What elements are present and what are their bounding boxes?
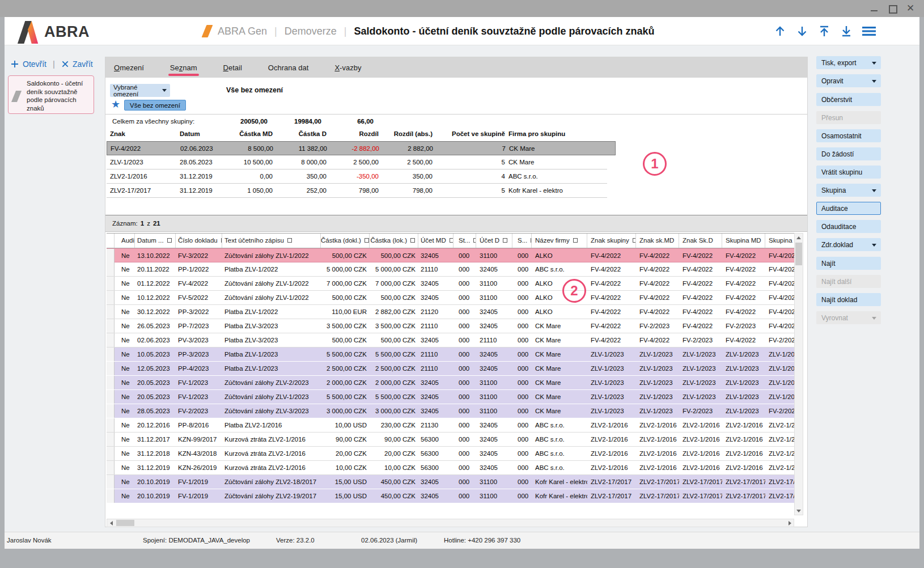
- column-header-s[interactable]: S...: [512, 234, 532, 248]
- open-agenda-card[interactable]: Saldokonto - účetní deník souvztažně pod…: [8, 75, 94, 114]
- column-header-castka-dokl[interactable]: Částka (dokl.): [321, 234, 370, 248]
- do-zadosti-button[interactable]: Do žádostí: [816, 147, 881, 160]
- group-row[interactable]: ZLV2-17/201731.12.20191 050,00252,00798,…: [107, 184, 607, 198]
- column-header-audit[interactable]: Audit: [115, 234, 135, 248]
- cell: FV-4/2022: [587, 291, 636, 304]
- vertical-scrollbar[interactable]: [794, 233, 803, 515]
- journal-row[interactable]: Ne20.10.2019FV-1/2019Zúčtování zálohy ZL…: [107, 489, 794, 503]
- column-header-znak-sk-md[interactable]: Znak sk.MD: [636, 234, 679, 248]
- move-first-icon[interactable]: [817, 24, 831, 38]
- tab-omezeni[interactable]: Omezení: [114, 57, 144, 78]
- close-icon[interactable]: ✕: [906, 4, 915, 13]
- journal-row[interactable]: Ne20.05.2023FV-1/2023Zúčtování zálohy ZL…: [107, 390, 794, 404]
- filter-box-icon[interactable]: [364, 238, 369, 243]
- column-header-text-ucetniho-zapisu[interactable]: Text účetního zápisu: [222, 234, 321, 248]
- cell: 0,00: [222, 169, 275, 183]
- tab-detail[interactable]: Detail: [223, 57, 242, 78]
- menu-icon[interactable]: [862, 25, 876, 37]
- column-header-znak-sk-d[interactable]: Znak Sk.D: [679, 234, 722, 248]
- journal-row[interactable]: Ne31.12.2018KZN-43/2018Kurzová ztráta ZL…: [107, 447, 794, 461]
- horizontal-scroll-thumb[interactable]: [116, 520, 134, 526]
- column-header-znak[interactable]: Znak: [107, 127, 177, 141]
- skupina-button[interactable]: Skupina: [816, 184, 881, 197]
- column-header-castka-d[interactable]: Částka D: [275, 127, 329, 141]
- zdr-doklad-button[interactable]: Zdr.doklad: [816, 238, 881, 251]
- odauditace-button[interactable]: Odauditace: [816, 220, 881, 233]
- cell: ZLV-1/2023: [679, 390, 722, 404]
- cell: FV-4/2022: [636, 305, 679, 319]
- journal-row[interactable]: Ne20.12.2016PP-8/2016Platba ZLV2-1/20161…: [107, 418, 794, 433]
- minimize-icon[interactable]: [870, 4, 879, 13]
- auditace-button[interactable]: Auditace: [816, 202, 881, 215]
- column-header-datum[interactable]: Datum: [177, 127, 222, 141]
- vertical-scroll-thumb[interactable]: [795, 243, 802, 265]
- journal-row[interactable]: Ne02.06.2023PV-3/2023Platba ZLV-3/202350…: [107, 333, 794, 347]
- window-titlebar[interactable]: ✕: [0, 0, 924, 17]
- column-header-firma-pro-skupinu[interactable]: Firma pro skupinu: [506, 127, 607, 141]
- column-header-ucet-md[interactable]: Účet MD: [418, 234, 453, 248]
- column-header-znak-skupiny[interactable]: Znak skupiny: [587, 234, 636, 248]
- column-header-rozdil[interactable]: Rozdíl: [329, 127, 382, 141]
- column-header-pocet-ve-skupine[interactable]: Počet ve skupině: [435, 127, 506, 141]
- favorite-star-icon[interactable]: ★: [111, 98, 120, 111]
- filter-box-icon[interactable]: [287, 238, 292, 243]
- journal-row[interactable]: Ne13.10.2022FV-3/2022Zúčtování zálohy ZL…: [107, 248, 794, 262]
- column-header-rozdil-abs[interactable]: Rozdíl (abs.): [382, 127, 435, 141]
- journal-row[interactable]: Ne30.12.2022PP-3/2022Platba ZLV-1/202211…: [107, 305, 794, 319]
- journal-row[interactable]: Ne10.12.2022FV-5/2022Zúčtování zálohy ZL…: [107, 291, 794, 305]
- osamostatnit-button[interactable]: Osamostatnit: [816, 129, 881, 142]
- column-header-ucet-d[interactable]: Účet D: [476, 234, 512, 248]
- scroll-left-icon[interactable]: [107, 519, 115, 527]
- scroll-right-icon[interactable]: [786, 519, 794, 527]
- restriction-chip[interactable]: Vše bez omezení: [124, 100, 186, 111]
- journal-row[interactable]: Ne10.05.2023PP-3/2023Platba ZLV-1/20235 …: [107, 347, 794, 362]
- column-header-castka-lok[interactable]: Částka (lok.): [370, 234, 418, 248]
- journal-row[interactable]: Ne31.12.2019KZN-26/2019Kurzová ztráta ZL…: [107, 461, 794, 475]
- scroll-up-icon[interactable]: [795, 234, 803, 241]
- tisk-export-button[interactable]: Tisk, export: [816, 56, 881, 69]
- group-row[interactable]: ZLV-1/202328.05.202310 500,008 000,002 5…: [107, 155, 607, 169]
- column-header-skupina-d[interactable]: Skupina D: [765, 234, 794, 248]
- filter-box-icon[interactable]: [167, 238, 172, 243]
- journal-row[interactable]: Ne20.10.2019FV-1/2019Zúčtování zálohy ZL…: [107, 475, 794, 489]
- restriction-select-label: Vybrané omezení: [113, 84, 162, 98]
- journal-row[interactable]: Ne31.12.2017KZN-99/2017Kurzová ztráta ZL…: [107, 433, 794, 447]
- filter-box-icon[interactable]: [450, 238, 453, 243]
- journal-row[interactable]: Ne28.05.2023FV-2/2023Zúčtování zálohy ZL…: [107, 404, 794, 418]
- najit-button[interactable]: Najít: [816, 257, 881, 270]
- journal-row[interactable]: Ne12.05.2023PP-4/2023Platba ZLV-1/20232 …: [107, 362, 794, 376]
- tab-x-vazby[interactable]: X-vazby: [334, 57, 361, 78]
- horizontal-scrollbar[interactable]: [107, 519, 794, 527]
- tab-seznam[interactable]: Seznam: [170, 57, 197, 78]
- column-header-cislo-dokladu[interactable]: Číslo dokladu: [176, 234, 222, 248]
- opravit-button[interactable]: Opravit: [816, 74, 881, 87]
- move-last-icon[interactable]: [840, 24, 853, 38]
- journal-row[interactable]: Ne26.05.2023PP-7/2023Platba ZLV-3/20233 …: [107, 319, 794, 333]
- cell: 450,00 CZK: [370, 489, 418, 503]
- move-down-icon[interactable]: [795, 24, 809, 38]
- cell: 7: [436, 142, 507, 155]
- najit-doklad-button[interactable]: Najít doklad: [816, 293, 881, 306]
- group-row[interactable]: FV-4/202202.06.20238 500,0011 382,00-2 8…: [107, 141, 616, 155]
- close-tab-button[interactable]: Zavřít: [61, 60, 93, 69]
- vratit-skupinu-button[interactable]: Vrátit skupinu: [816, 166, 881, 179]
- maximize-icon[interactable]: [888, 4, 897, 13]
- column-header-st[interactable]: St...: [453, 234, 476, 248]
- column-header-nazev-firmy[interactable]: Název firmy: [532, 234, 587, 248]
- group-row[interactable]: ZLV2-1/201631.12.20190,00350,00-350,0035…: [107, 169, 607, 184]
- column-header-castka-md[interactable]: Částka MD: [222, 127, 275, 141]
- journal-row[interactable]: Ne20.11.2022PP-1/2022Platba ZLV-1/20225 …: [107, 262, 794, 277]
- filter-box-icon[interactable]: [503, 238, 507, 243]
- filter-box-icon[interactable]: [410, 238, 415, 243]
- column-header-datum[interactable]: Datum ...: [135, 234, 176, 248]
- column-header-skupina-md[interactable]: Skupina MD: [722, 234, 765, 248]
- tab-ochrana-dat[interactable]: Ochrana dat: [268, 57, 309, 78]
- obcerstvit-button[interactable]: Občerstvit: [816, 93, 881, 106]
- journal-row[interactable]: Ne01.12.2022FV-4/2022Zúčtování zálohy ZL…: [107, 277, 794, 291]
- open-button[interactable]: Otevřít: [10, 60, 46, 69]
- move-up-icon[interactable]: [773, 24, 787, 38]
- journal-row[interactable]: Ne20.05.2023FV-1/2023Zúčtování zálohy ZL…: [107, 376, 794, 390]
- filter-box-icon[interactable]: [573, 238, 578, 243]
- restriction-select[interactable]: Vybrané omezení: [110, 84, 170, 97]
- scroll-down-icon[interactable]: [795, 507, 803, 515]
